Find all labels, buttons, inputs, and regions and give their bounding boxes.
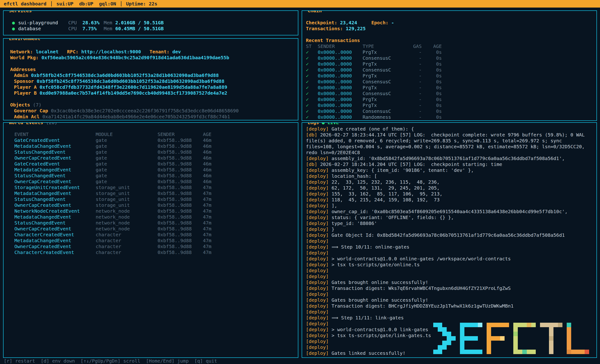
log-tag: [deploy]: [306, 155, 328, 161]
tx-row: ✓0x0000..0000ConsensusC-0s: [306, 79, 596, 85]
checkpoint-value: 23,424: [340, 20, 357, 26]
event-name: OwnerCapCreatedEvent: [14, 244, 96, 249]
log-tag: [deploy]: [306, 350, 328, 356]
tx-gas: -: [398, 61, 422, 67]
tx-gas: -: [398, 97, 422, 102]
tx-age: 0s: [422, 108, 442, 114]
tx-row: ✓0x0000..0000PrgTx-0s: [306, 85, 596, 91]
event-name: NetworkNodeCreatedEvent: [14, 208, 96, 214]
tx-age: 0s: [422, 91, 442, 97]
tx-table[interactable]: ✓0x0000..0000PrgTx-0s ✓0x0000..0000Conse…: [306, 49, 596, 120]
event-name: GateCreatedEvent: [14, 161, 96, 167]
live-dot-icon: ●: [322, 122, 325, 125]
tx-sender: 0x0000..0000: [318, 49, 363, 55]
network-value: localnet: [36, 49, 58, 55]
objects-heading: Objects (7): [10, 102, 298, 108]
event-age: 46m: [203, 143, 298, 149]
log-tag: [db]: [306, 132, 317, 138]
event-row: NetworkNodeCreatedEventnetwork_node0xbf5…: [14, 208, 298, 214]
event-age: 47m: [203, 214, 298, 220]
tx-sender: 0x0000..0000: [318, 91, 363, 97]
log-line: [deploy] }: [306, 226, 593, 232]
event-row: OwnerCapCreatedEventnetwork_node0xbf58..…: [14, 226, 298, 232]
log-line: [deploy] ],: [306, 203, 593, 209]
rpc-label: RPC:: [67, 49, 78, 55]
tenant-label: Tenant:: [150, 49, 169, 55]
chain-content: Checkpoint: 23,424 Epoch: - Transactions…: [302, 11, 596, 120]
logo-glyph-E: [460, 323, 482, 354]
objects-count: (7): [33, 102, 41, 108]
mem-value: 2.016GB / 50.51GB: [115, 20, 164, 26]
log-line: [deploy] type_id: '88086': [306, 220, 593, 226]
log-line: [db] 2026-02-27 18:24:14.204 UTC [57] LO…: [306, 162, 593, 167]
log-tag: [deploy]: [306, 238, 328, 244]
log-text: Transaction digest: BHCrgJfiyHDDZ8YEuzJp…: [331, 303, 514, 309]
log-tag: [deploy]: [306, 197, 328, 202]
log-line: [deploy] ⟹ Step 10/11: online-gates: [306, 244, 593, 250]
topbar-divider: [121, 1, 122, 6]
tx-row: ✓0x0000..0000PrgTx-0s: [306, 49, 596, 55]
tx-row: ✓0x0000..0000ConsensusC-0s: [306, 55, 596, 61]
log-line: [deploy]: [306, 291, 593, 297]
tx-type: PrgTx: [363, 102, 398, 108]
event-age: 46m: [203, 155, 298, 161]
log-tag: [deploy]: [306, 321, 328, 327]
log-line: [deploy] Gate created (one of them): {: [306, 126, 593, 132]
log-tag: [deploy]: [306, 220, 328, 226]
event-name: MetadataChangedEvent: [14, 167, 96, 173]
event-name: CharacterCreatedEvent: [14, 249, 96, 255]
log-line: [deploy] 22, 33, 125, 232, 236, 115, 48,…: [306, 179, 593, 185]
log-tag: [deploy]: [306, 285, 328, 291]
world-events-panel-title: World Events (20): [7, 122, 59, 126]
tx-row: ✓0x0000..0000PrgTx-0s: [306, 97, 596, 102]
log-line: [deploy] Gate Object Id: 0x8bd5842fa5d96…: [306, 232, 593, 238]
event-name: MetadataChangedEvent: [14, 214, 96, 220]
event-module: gate: [96, 137, 158, 143]
event-name: OwnerCapCreatedEvent: [14, 155, 96, 161]
epoch-value: -: [391, 20, 394, 26]
event-sender: 0xbf58..9d88: [158, 179, 203, 185]
events-table[interactable]: EVENTMODULESENDERAGE GateCreatedEventgat…: [4, 123, 298, 255]
event-module: storage_unit: [96, 196, 158, 202]
event-sender: 0xbf58..9d88: [158, 249, 203, 255]
log-text: 62, 172, 50, 131, 29, 245, 201, 205,: [331, 185, 440, 191]
log-line: [deploy]: [306, 238, 593, 244]
event-sender: 0xbf58..9d88: [158, 185, 203, 191]
tx-age: 0s: [422, 73, 442, 79]
event-row: MetadataChangedEventcharacter0xbf58..9d8…: [14, 238, 298, 244]
log-tag: [deploy]: [306, 209, 328, 214]
log-tag: [deploy]: [306, 191, 328, 197]
event-name: StatusChangedEvent: [14, 173, 96, 179]
event-row: GateCreatedEventgate0xbf58..9d8846m: [14, 161, 298, 167]
logo-glyph-}: [433, 323, 456, 354]
address-name: Sponsor: [14, 78, 34, 84]
event-age: 47m: [203, 232, 298, 238]
tx-age: 0s: [422, 114, 442, 120]
object-row: Admin Acl 0xa714241a14fc29a84d44ebab8eb4…: [10, 114, 298, 120]
log-text: Gates brought online successfully!: [331, 297, 428, 303]
event-name: StatusChangedEvent: [14, 196, 96, 202]
address-name: Admin: [14, 73, 28, 78]
live-label: LIVE: [328, 122, 339, 125]
event-sender: 0xbf58..9d88: [158, 167, 203, 173]
tx-gas: -: [398, 73, 422, 79]
address-value: 0xbf58fb245c8f7546538dc3a6d0bd603bb1052f…: [31, 73, 219, 78]
uptime-indicator: Uptime: 22s: [126, 1, 157, 7]
service-status-dot-icon: ●: [12, 20, 18, 26]
chain-panel-title: Chain: [305, 10, 324, 14]
tx-gas: -: [398, 102, 422, 108]
event-module: gate: [96, 167, 158, 173]
log-tag: [deploy]: [306, 250, 328, 256]
log-tag: [deploy]: [306, 256, 328, 262]
log-line: [deploy] owner_cap_id: '0xa0bc8503ea54f8…: [306, 209, 593, 215]
world-events-panel: World Events (20) EVENTMODULESENDERAGE G…: [3, 122, 298, 358]
event-module: gate: [96, 155, 158, 161]
epoch-label: Epoch:: [371, 20, 388, 26]
event-row: CharacterCreatedEventcharacter0xbf58..9d…: [14, 249, 298, 255]
service-row: ●sui-playgroundCPU28.63%Mem2.016GB / 50.…: [12, 20, 298, 26]
log-tag: [deploy]: [306, 215, 328, 220]
address-row: Admin 0xbf58fb245c8f7546538dc3a6d0bd603b…: [10, 73, 298, 78]
log-text: 22, 33, 125, 232, 236, 115, 48, 236,: [331, 179, 440, 185]
address-row: Player B 0xd0e97988a0ec7b57a4f14fb149dd5…: [10, 90, 298, 96]
event-row: StatusChangedEventstorage_unit0xbf58..9d…: [14, 196, 298, 202]
